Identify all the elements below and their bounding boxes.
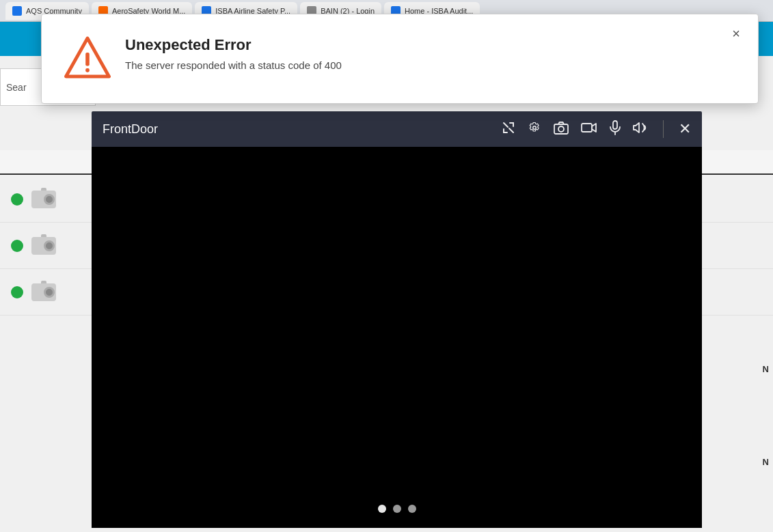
error-dialog: Unexpected Error The server responded wi… bbox=[41, 14, 759, 104]
svg-rect-5 bbox=[582, 124, 592, 132]
camera-titlebar: FrontDoor bbox=[92, 111, 702, 147]
error-text-block: Unexpected Error The server responded wi… bbox=[125, 33, 736, 71]
svg-point-4 bbox=[558, 126, 564, 132]
camera-dot-2[interactable] bbox=[393, 505, 401, 513]
svg-rect-1 bbox=[85, 53, 90, 66]
camera-close-button[interactable]: ✕ bbox=[679, 120, 691, 138]
camera-thumbnail bbox=[31, 188, 62, 211]
error-message: The server responded with a status code … bbox=[125, 59, 736, 71]
status-dot-online bbox=[11, 193, 23, 206]
status-dot-online bbox=[11, 240, 23, 252]
camera-thumbnail bbox=[31, 234, 62, 257]
camera-dots bbox=[378, 505, 416, 513]
controls-divider bbox=[663, 120, 664, 138]
row2-name: N bbox=[763, 457, 769, 467]
camera-title: FrontDoor bbox=[103, 122, 158, 137]
camera-dot-3[interactable] bbox=[408, 505, 416, 513]
record-icon[interactable] bbox=[581, 122, 597, 137]
error-title: Unexpected Error bbox=[125, 36, 736, 54]
svg-rect-2 bbox=[85, 68, 90, 72]
camera-controls: ✕ bbox=[502, 120, 691, 139]
svg-rect-6 bbox=[613, 121, 617, 129]
expand-icon[interactable] bbox=[502, 121, 515, 138]
camera-viewport bbox=[92, 147, 702, 528]
warning-icon bbox=[64, 33, 111, 81]
camera-thumbnail bbox=[31, 281, 62, 304]
mic-icon[interactable] bbox=[610, 120, 621, 139]
settings-icon[interactable] bbox=[528, 121, 541, 138]
camera-dot-1[interactable] bbox=[378, 505, 386, 513]
error-close-button[interactable]: × bbox=[727, 24, 746, 43]
status-dot-online bbox=[11, 286, 23, 298]
snapshot-icon[interactable] bbox=[554, 121, 569, 138]
row1-name: N bbox=[763, 364, 769, 374]
volume-icon[interactable] bbox=[633, 121, 648, 138]
search-input[interactable]: Sear bbox=[6, 82, 27, 93]
tab-favicon-aqs bbox=[12, 6, 22, 16]
